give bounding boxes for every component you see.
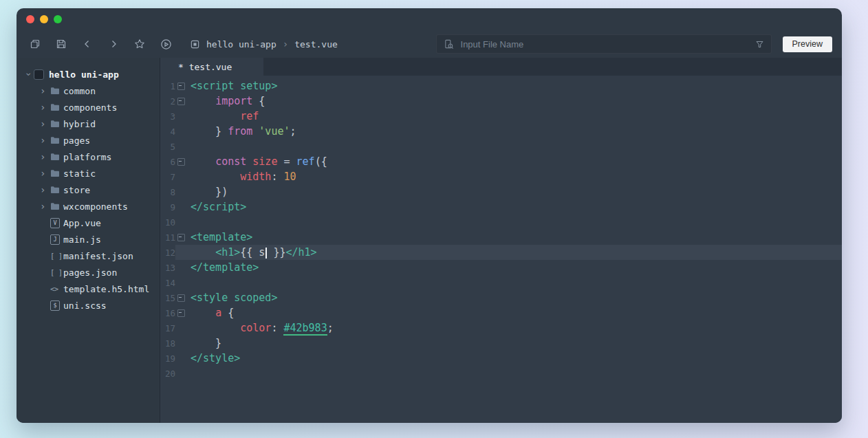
search-file-icon bbox=[444, 39, 454, 50]
code-line-10[interactable]: 10 bbox=[160, 215, 842, 230]
forward-button[interactable] bbox=[105, 35, 122, 53]
fold-marker-icon[interactable] bbox=[177, 158, 185, 166]
code-line-text: </template> bbox=[186, 261, 259, 274]
main-content: › hello uni-app ›common›components›hybri… bbox=[17, 58, 842, 423]
zoom-window-button[interactable] bbox=[54, 15, 62, 23]
line-number: 10 bbox=[160, 217, 175, 228]
code-line-5[interactable]: 5 bbox=[160, 139, 842, 154]
chevron-right-icon: › bbox=[40, 152, 50, 162]
code-editor[interactable]: 1<script setup>2 import {3 ref4 } from '… bbox=[160, 76, 842, 423]
chevron-right-icon: › bbox=[40, 86, 50, 96]
line-number: 1 bbox=[160, 81, 175, 91]
line-number: 3 bbox=[160, 111, 175, 122]
code-line-text: width: 10 bbox=[186, 171, 296, 183]
folder-icon bbox=[50, 153, 63, 161]
json-file-icon: [ ] bbox=[50, 252, 63, 260]
code-line-text: a { bbox=[186, 307, 234, 319]
scss-file-icon: $ bbox=[50, 300, 63, 311]
line-number: 17 bbox=[160, 323, 175, 333]
sidebar-file-pages.json[interactable]: [ ]pages.json bbox=[17, 264, 160, 281]
sidebar-file-template.h5.html[interactable]: <>template.h5.html bbox=[17, 281, 160, 297]
file-tree: › hello uni-app ›common›components›hybri… bbox=[17, 58, 160, 423]
chevron-right-icon: › bbox=[40, 185, 50, 195]
code-line-12[interactable]: 12 <h1>{{ s }}</h1> bbox=[160, 245, 842, 260]
fold-marker-icon[interactable] bbox=[177, 234, 185, 241]
tab-test-vue[interactable]: * test.vue bbox=[160, 58, 263, 76]
sidebar-root-project[interactable]: › hello uni-app bbox=[17, 66, 160, 83]
line-number: 12 bbox=[160, 248, 175, 258]
sidebar-folder-store[interactable]: ›store bbox=[17, 182, 160, 198]
code-line-14[interactable]: 14 bbox=[160, 275, 842, 290]
json-file-icon: [ ] bbox=[50, 268, 63, 276]
run-button[interactable] bbox=[157, 35, 175, 53]
breadcrumb-project[interactable]: hello uni-app bbox=[206, 39, 276, 50]
code-line-8[interactable]: 8 }) bbox=[160, 184, 842, 199]
sidebar-folder-hybrid[interactable]: ›hybrid bbox=[17, 116, 160, 132]
close-window-button[interactable] bbox=[26, 15, 34, 23]
code-line-16[interactable]: 16 a { bbox=[160, 305, 842, 320]
fold-marker-icon[interactable] bbox=[177, 309, 185, 317]
fold-marker-icon[interactable] bbox=[177, 83, 185, 90]
code-line-18[interactable]: 18 } bbox=[160, 336, 842, 351]
line-number: 4 bbox=[160, 127, 175, 137]
minimize-window-button[interactable] bbox=[40, 15, 48, 23]
chevron-right-icon bbox=[108, 39, 119, 50]
line-number: 19 bbox=[160, 353, 175, 364]
preview-button[interactable]: Preview bbox=[783, 36, 832, 52]
code-line-20[interactable]: 20 bbox=[160, 366, 842, 381]
sidebar-file-manifest.json[interactable]: [ ]manifest.json bbox=[17, 248, 160, 264]
code-line-text: } bbox=[186, 337, 221, 349]
code-line-7[interactable]: 7 width: 10 bbox=[160, 169, 842, 184]
line-number: 20 bbox=[160, 369, 175, 379]
favorite-button[interactable] bbox=[131, 35, 149, 53]
sidebar-file-App.vue[interactable]: VApp.vue bbox=[17, 215, 160, 231]
code-line-4[interactable]: 4 } from 'vue'; bbox=[160, 124, 842, 139]
sidebar-folder-wxcomponents[interactable]: ›wxcomponents bbox=[17, 198, 160, 215]
line-number: 8 bbox=[160, 187, 175, 197]
file-search-input[interactable] bbox=[459, 39, 750, 50]
new-window-button[interactable] bbox=[26, 35, 44, 53]
tree-item-label: wxcomponents bbox=[63, 201, 128, 212]
fold-marker-icon[interactable] bbox=[177, 294, 185, 302]
vue-file-icon: V bbox=[50, 218, 63, 228]
folder-icon bbox=[50, 103, 63, 111]
sidebar-file-main.js[interactable]: Jmain.js bbox=[17, 231, 160, 248]
folder-icon bbox=[50, 202, 63, 210]
code-line-13[interactable]: 13</template> bbox=[160, 260, 842, 275]
sidebar-folder-static[interactable]: ›static bbox=[17, 165, 160, 182]
folder-icon bbox=[50, 186, 63, 194]
code-line-17[interactable]: 17 color: #42b983; bbox=[160, 320, 842, 336]
code-line-11[interactable]: 11<template> bbox=[160, 230, 842, 245]
save-button[interactable] bbox=[52, 35, 70, 53]
line-number: 11 bbox=[160, 232, 175, 243]
line-number: 13 bbox=[160, 263, 175, 273]
folder-icon bbox=[50, 169, 63, 177]
tab-bar: * test.vue bbox=[160, 58, 842, 76]
sidebar-folder-common[interactable]: ›common bbox=[17, 83, 160, 99]
code-line-text: <template> bbox=[186, 231, 252, 243]
code-line-15[interactable]: 15<style scoped> bbox=[160, 290, 842, 305]
folder-icon bbox=[50, 87, 63, 95]
code-line-6[interactable]: 6 const size = ref({ bbox=[160, 154, 842, 169]
code-line-19[interactable]: 19</style> bbox=[160, 351, 842, 366]
breadcrumb-file[interactable]: test.vue bbox=[294, 39, 338, 50]
code-line-9[interactable]: 9</script> bbox=[160, 199, 842, 215]
tree-item-label: template.h5.html bbox=[63, 284, 149, 294]
sidebar-folder-platforms[interactable]: ›platforms bbox=[17, 149, 160, 165]
code-line-1[interactable]: 1<script setup> bbox=[160, 78, 842, 94]
sidebar-file-uni.scss[interactable]: $uni.scss bbox=[17, 297, 160, 314]
tree-item-label: platforms bbox=[63, 152, 111, 162]
chevron-right-icon: › bbox=[40, 201, 50, 211]
code-line-3[interactable]: 3 ref bbox=[160, 109, 842, 124]
filter-funnel-icon[interactable] bbox=[755, 40, 764, 49]
fold-marker-icon[interactable] bbox=[177, 98, 185, 105]
tree-item-label: manifest.json bbox=[63, 251, 133, 261]
tree-item-label: static bbox=[63, 168, 96, 179]
line-number: 9 bbox=[160, 202, 175, 212]
back-button[interactable] bbox=[78, 35, 96, 53]
code-line-2[interactable]: 2 import { bbox=[160, 94, 842, 109]
star-icon bbox=[134, 39, 145, 50]
sidebar-folder-pages[interactable]: ›pages bbox=[17, 132, 160, 149]
code-line-text: }) bbox=[186, 186, 228, 198]
sidebar-folder-components[interactable]: ›components bbox=[17, 99, 160, 116]
